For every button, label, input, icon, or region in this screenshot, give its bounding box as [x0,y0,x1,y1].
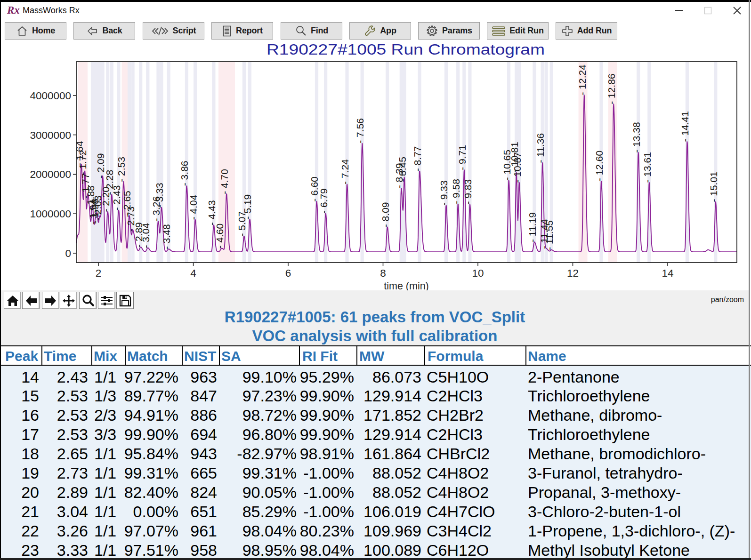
svg-text:2: 2 [96,267,102,279]
svg-text:- 4.70: - 4.70 [219,169,230,194]
svg-text:- 7.56: - 7.56 [355,118,365,144]
svg-text:- 15.01: - 15.01 [708,171,719,202]
svg-text:- 8.09: - 8.09 [380,202,391,227]
svg-text:- 4.04: - 4.04 [188,194,199,220]
svg-text:- 3.33: - 3.33 [154,183,165,208]
svg-text:- 4.60: - 4.60 [214,224,225,249]
svg-text:- 8.45: - 8.45 [397,157,408,182]
svg-text:- 11.19: - 11.19 [527,212,538,242]
svg-text:- 12.24: - 12.24 [577,64,588,96]
svg-text:- 14.41: - 14.41 [679,111,690,142]
svg-text:- 9.71: - 9.71 [457,145,468,170]
svg-text:- 2.53: - 2.53 [116,157,127,182]
svg-text:4000000: 4000000 [30,90,71,102]
svg-text:1000000: 1000000 [30,208,71,220]
svg-text:- 6.79: - 6.79 [318,188,329,214]
svg-text:- 9.83: - 9.83 [462,179,473,205]
svg-text:0: 0 [65,248,71,259]
svg-text:- 3.86: - 3.86 [179,160,190,186]
svg-text:- 2.43: - 2.43 [111,185,122,210]
svg-text:14: 14 [662,267,673,279]
svg-text:- 3.48: - 3.48 [161,224,172,249]
svg-text:- 12.86: - 12.86 [606,73,617,104]
svg-text:2000000: 2000000 [30,168,71,180]
svg-text:- 11.36: - 11.36 [535,133,546,163]
svg-text:- 9.33: - 9.33 [439,180,450,206]
svg-text:- 5.19: - 5.19 [242,194,253,220]
svg-text:8: 8 [380,267,386,279]
svg-text:- 11.55: - 11.55 [544,220,555,250]
svg-text:- 7.24: - 7.24 [339,159,350,184]
svg-text:4: 4 [190,267,196,279]
svg-text:- 13.38: - 13.38 [631,122,642,152]
svg-text:3000000: 3000000 [30,129,71,141]
svg-text:- 4.43: - 4.43 [206,200,217,225]
svg-text:- 9.58: - 9.58 [451,179,461,204]
svg-text:R190227#1005 Run Chromatogram: R190227#1005 Run Chromatogram [266,41,545,58]
svg-text:- 3.04: - 3.04 [140,223,151,248]
svg-text:6: 6 [285,267,291,279]
svg-text:10: 10 [472,267,484,279]
svg-text:- 12.60: - 12.60 [594,151,605,181]
svg-text:- 10.87: - 10.87 [512,152,523,183]
svg-text:- 8.77: - 8.77 [412,146,423,171]
svg-text:12: 12 [567,267,579,279]
svg-text:time (min): time (min) [384,280,429,290]
svg-text:- 1.72: - 1.72 [77,150,88,176]
svg-text:- 13.61: - 13.61 [642,152,653,183]
